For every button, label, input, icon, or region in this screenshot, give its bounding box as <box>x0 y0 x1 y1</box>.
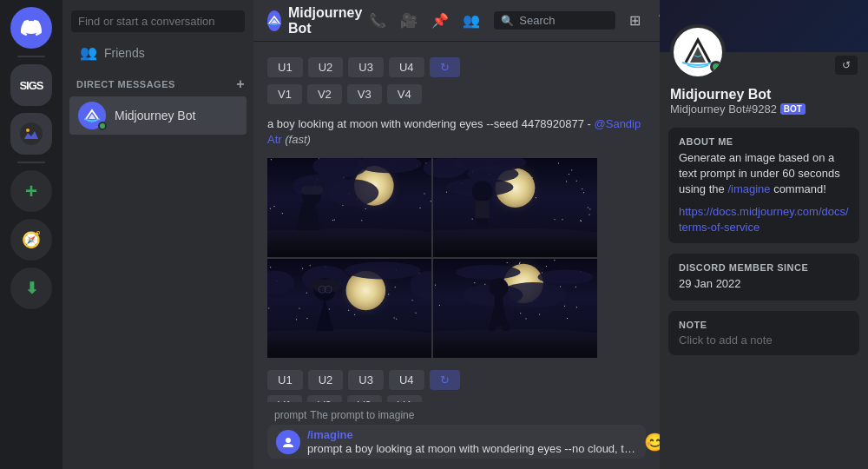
note-title: NOTE <box>679 320 849 330</box>
about-me-text: Generate an image based on a text prompt… <box>679 150 849 198</box>
svg-point-0 <box>20 122 43 145</box>
member-since-title: DISCORD MEMBER SINCE <box>679 262 849 273</box>
svg-point-2 <box>286 438 291 443</box>
v4-button-bottom[interactable]: V4 <box>387 395 422 402</box>
bot-discriminator: Midjourney Bot#9282 <box>670 102 777 116</box>
member-since-section: DISCORD MEMBER SINCE 29 Jan 2022 <box>668 254 859 301</box>
about-me-title: ABOUT ME <box>679 136 849 147</box>
image-grid-container <box>267 158 646 361</box>
midjourney-bot-avatar <box>78 102 106 129</box>
terms-of-service-link[interactable]: https://docs.midjourney.com/docs/terms-o… <box>679 205 849 234</box>
server-sidebar: SIGS + 🧭 ⬇ <box>0 0 62 469</box>
explore-servers-button[interactable]: 🧭 <box>10 219 52 261</box>
v2-button-top[interactable]: V2 <box>307 84 342 104</box>
variation-buttons-bottom: V1 V2 V3 V4 <box>267 395 646 402</box>
u4-button-bottom[interactable]: U4 <box>389 370 424 390</box>
command-hint: The prompt to imagine <box>310 409 414 421</box>
profile-actions: ↺ <box>835 56 858 75</box>
generated-images <box>267 158 597 358</box>
refresh-action-button[interactable]: ↺ <box>835 56 858 75</box>
video-icon[interactable]: 🎥 <box>400 12 418 29</box>
input-text: prompt a boy looking at moon with wonder… <box>307 442 637 455</box>
chat-messages: U1 U2 U3 U4 ↻ V1 V2 V3 V4 a boy looking … <box>253 42 660 402</box>
friends-icon: 👥 <box>80 44 97 61</box>
bot-tag-row: Midjourney Bot#9282 BOT <box>670 102 858 116</box>
search-input[interactable] <box>71 10 245 32</box>
server-divider-2 <box>17 162 45 163</box>
v4-button-top[interactable]: V4 <box>387 84 422 104</box>
friends-label: Friends <box>104 46 145 60</box>
header-search[interactable]: 🔍 Search <box>494 11 615 30</box>
refresh-button-top[interactable]: ↻ <box>430 57 460 77</box>
v1-button-top[interactable]: V1 <box>267 84 302 104</box>
chat-input-area: promptThe prompt to imagine /imagine pro… <box>253 402 660 469</box>
upscale-buttons-bottom: U1 U2 U3 U4 ↻ <box>267 370 646 390</box>
search-placeholder: Search <box>519 14 555 27</box>
main-chat: Midjourney Bot 📞 🎥 📌 👥 🔍 Search ⊞ ❓ U1 U… <box>253 0 660 469</box>
profile-avatar-area: ↺ <box>660 24 868 80</box>
bot-name: Midjourney Bot <box>670 87 858 102</box>
call-icon[interactable]: 📞 <box>369 12 386 29</box>
discord-home-icon[interactable] <box>10 7 52 49</box>
add-dm-button[interactable]: + <box>236 76 245 92</box>
inbox-icon[interactable]: ⊞ <box>629 12 641 29</box>
v3-button-top[interactable]: V3 <box>347 84 382 104</box>
chat-header-avatar <box>267 10 281 31</box>
imagine-command-link[interactable]: /imagine <box>727 182 770 195</box>
search-icon: 🔍 <box>501 15 514 27</box>
input-field[interactable]: /imagine prompt a boy looking at moon wi… <box>307 428 637 455</box>
u4-button-top[interactable]: U4 <box>389 57 424 77</box>
note-section: NOTE Click to add a note <box>668 311 859 355</box>
member-since-date: 29 Jan 2022 <box>679 276 849 292</box>
v3-button-bottom[interactable]: V3 <box>347 395 382 402</box>
command-label: prompt <box>274 409 306 421</box>
dm-item-midjourney[interactable]: Midjourney Bot <box>69 96 247 135</box>
message-input-wrapper: /imagine prompt a boy looking at moon wi… <box>267 425 646 459</box>
members-icon[interactable]: 👥 <box>463 12 480 29</box>
u3-button-bottom[interactable]: U3 <box>348 370 384 390</box>
prompt-text: a boy looking at moon with wondering eye… <box>267 116 646 148</box>
server-divider <box>17 56 45 57</box>
u2-button-bottom[interactable]: U2 <box>308 370 344 390</box>
header-icons: 📞 🎥 📌 👥 🔍 Search ⊞ ❓ <box>369 11 660 30</box>
note-input[interactable]: Click to add a note <box>679 334 849 347</box>
u1-button-top[interactable]: U1 <box>267 57 303 77</box>
refresh-button-bottom[interactable]: ↻ <box>430 370 460 390</box>
dm-section-header: DIRECT MESSAGES + <box>62 66 253 96</box>
server-icon-sigs[interactable]: SIGS <box>10 64 52 106</box>
dm-search-area <box>62 0 253 39</box>
v2-button-bottom[interactable]: V2 <box>307 395 342 402</box>
prompt-label-row: promptThe prompt to imagine <box>267 409 646 421</box>
chat-header-name: Midjourney Bot <box>288 5 362 36</box>
prompt-content: a boy looking at moon with wondering eye… <box>267 117 595 130</box>
bot-status-dot <box>710 61 722 73</box>
download-button[interactable]: ⬇ <box>10 268 52 309</box>
pin-icon[interactable]: 📌 <box>431 12 449 29</box>
add-server-button[interactable]: + <box>10 170 52 212</box>
dm-sidebar: 👥 Friends DIRECT MESSAGES + Midjourney B… <box>62 0 253 469</box>
speed-label: (fast) <box>282 133 311 146</box>
u2-button-top[interactable]: U2 <box>308 57 344 77</box>
about-me-section: ABOUT ME Generate an image based on a te… <box>668 128 859 243</box>
bot-badge: BOT <box>780 103 806 115</box>
bot-avatar <box>670 24 726 80</box>
right-panel: ↺ Midjourney Bot Midjourney Bot#9282 BOT… <box>660 0 868 469</box>
dm-section-label: DIRECT MESSAGES <box>76 79 175 89</box>
user-avatar <box>276 430 300 454</box>
emoji-button[interactable]: 😊 <box>644 432 660 452</box>
profile-info: Midjourney Bot Midjourney Bot#9282 BOT <box>660 87 868 122</box>
u1-button-bottom[interactable]: U1 <box>267 370 303 390</box>
slash-command: /imagine <box>307 428 637 441</box>
dm-item-name: Midjourney Bot <box>115 109 195 122</box>
online-status-dot <box>98 122 107 130</box>
u3-button-top[interactable]: U3 <box>348 57 384 77</box>
upscale-buttons-top: U1 U2 U3 U4 ↻ <box>267 57 646 77</box>
chat-header: Midjourney Bot 📞 🎥 📌 👥 🔍 Search ⊞ ❓ <box>253 0 660 42</box>
v1-button-bottom[interactable]: V1 <box>267 395 302 402</box>
friends-item[interactable]: 👥 Friends <box>69 39 247 66</box>
variation-buttons-top: V1 V2 V3 V4 <box>267 84 646 104</box>
svg-point-1 <box>26 129 30 132</box>
server-icon-img[interactable] <box>10 113 52 155</box>
about-me-text-2: command! <box>771 182 826 195</box>
